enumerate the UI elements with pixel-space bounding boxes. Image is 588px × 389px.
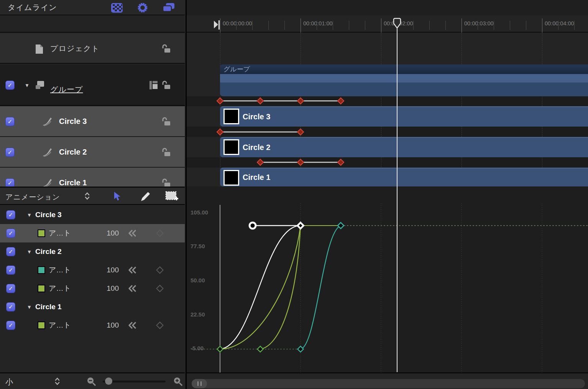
group-row-label[interactable]: Circle 3 (35, 211, 62, 219)
unlock-icon[interactable] (161, 148, 171, 157)
time-ruler[interactable]: 00:00:00:00 00:00:01:00 00:00:02:00 00:0… (187, 15, 588, 33)
animation-group-row[interactable]: ✓ ▼ Circle 3 (0, 206, 185, 224)
add-keyframe-diamond-icon[interactable] (156, 285, 164, 292)
curve-color-swatch (38, 229, 45, 237)
param-name[interactable]: ア…ト (49, 228, 71, 238)
previous-keyframe-icon[interactable] (128, 266, 137, 274)
unlock-icon[interactable] (161, 81, 171, 90)
visibility-checkbox[interactable]: ✓ (6, 321, 15, 330)
track-size-label[interactable]: 小 (5, 377, 13, 387)
add-keyframe-diamond-icon[interactable] (156, 321, 164, 329)
scrollbar-zoom-handle[interactable] (192, 379, 207, 388)
group-layer-row[interactable]: ✓ ▼ グループ (0, 64, 185, 106)
checkerboard-icon[interactable] (111, 3, 123, 13)
unlock-icon[interactable] (161, 117, 171, 126)
unlock-icon[interactable] (161, 178, 171, 186)
add-marquee-icon[interactable] (165, 191, 178, 202)
visibility-checkbox[interactable]: ✓ (5, 148, 15, 157)
pencil-tool-icon[interactable] (140, 191, 151, 202)
layer-name[interactable]: Circle 2 (59, 148, 87, 157)
gear-icon[interactable] (137, 2, 148, 13)
layer-name[interactable]: Circle 1 (59, 178, 87, 187)
visibility-checkbox[interactable]: ✓ (5, 178, 15, 186)
layer-thumbnail (223, 170, 239, 186)
animation-param-row[interactable]: ✓ ア…ト 100 (0, 224, 185, 242)
unlock-icon[interactable] (161, 44, 171, 53)
ruler-minor-tick (494, 21, 494, 30)
group-label[interactable]: グループ (50, 84, 83, 95)
track-area[interactable]: グループ Circle 3 Circle 2 Circle 1 (187, 33, 588, 186)
ruler-minor-tick (365, 21, 365, 30)
group-checkbox[interactable]: ✓ (5, 81, 15, 90)
group-row-label[interactable]: Circle 2 (35, 247, 62, 256)
playhead-head[interactable] (393, 18, 401, 30)
previous-keyframe-icon[interactable] (128, 229, 137, 237)
param-name[interactable]: ア…ト (49, 320, 71, 330)
param-value[interactable]: 100 (96, 229, 119, 237)
layer-track-bar[interactable]: Circle 1 (220, 168, 588, 186)
layer-row[interactable]: ✓ Circle 1 (0, 168, 185, 186)
disclosure-triangle-icon[interactable]: ▼ (27, 249, 32, 255)
param-name[interactable]: ア…ト (49, 265, 71, 275)
visibility-checkbox[interactable]: ✓ (6, 247, 15, 256)
visibility-checkbox[interactable]: ✓ (5, 117, 15, 126)
ruler-major-tick (220, 18, 220, 33)
animation-param-row[interactable]: ✓ ア…ト 100 (0, 279, 185, 298)
tangent-handle-point (250, 223, 256, 229)
layer-track-bar[interactable]: Circle 2 (220, 137, 588, 157)
visibility-checkbox[interactable]: ✓ (6, 284, 15, 293)
animation-param-row[interactable]: ✓ ア…ト 100 (0, 261, 185, 279)
layers-header-strip (0, 16, 185, 33)
zoom-slider-thumb[interactable] (105, 377, 112, 385)
group-track-bar[interactable] (220, 74, 588, 96)
param-value[interactable]: 100 (96, 321, 119, 330)
previous-keyframe-icon[interactable] (128, 285, 137, 292)
timeline-zoom-bar: 小 (0, 373, 185, 389)
animation-group-row[interactable]: ✓ ▼ Circle 1 (0, 298, 185, 316)
select-tool-icon[interactable] (113, 191, 122, 202)
curve-keyframe-diamond (217, 346, 223, 352)
previous-keyframe-icon[interactable] (128, 321, 137, 329)
scrollbar-track[interactable] (192, 379, 585, 388)
ruler-timecode: 00:00:03:00 (464, 20, 494, 26)
zoom-in-icon[interactable] (173, 377, 183, 387)
visibility-checkbox[interactable]: ✓ (6, 302, 15, 312)
columns-layout-icon[interactable] (149, 80, 159, 91)
visibility-checkbox[interactable]: ✓ (6, 210, 15, 219)
add-keyframe-diamond-icon[interactable] (156, 266, 164, 274)
grip-bar (200, 381, 202, 386)
visibility-checkbox[interactable]: ✓ (6, 229, 15, 238)
param-name[interactable]: ア…ト (49, 284, 71, 293)
param-value[interactable]: 100 (96, 284, 119, 293)
ruler-major-tick (462, 18, 462, 33)
ruler-minor-tick (413, 21, 414, 30)
disclosure-triangle-icon[interactable]: ▼ (27, 304, 32, 310)
disclosure-triangle-icon[interactable]: ▼ (25, 82, 30, 88)
playhead-line[interactable] (397, 28, 397, 372)
size-stepper-icon[interactable] (54, 377, 61, 386)
ruler-timecode: 00:00:01:00 (303, 20, 333, 26)
add-keyframe-diamond-icon[interactable] (156, 229, 164, 237)
sort-chevrons-icon[interactable] (84, 192, 90, 200)
disclosure-triangle-icon[interactable]: ▼ (27, 212, 32, 218)
keyframe-curve-editor[interactable]: 105.0077.5050.0022.50-5.00 (187, 186, 588, 373)
track-bar-label: Circle 3 (243, 112, 270, 121)
keyframe-lane (187, 127, 588, 137)
layer-row[interactable]: ✓ Circle 3 (0, 106, 185, 137)
stacked-windows-icon[interactable] (163, 3, 175, 13)
visibility-checkbox[interactable]: ✓ (6, 265, 15, 275)
timeline-tracks-panel: 00:00:00:00 00:00:01:00 00:00:02:00 00:0… (186, 0, 588, 389)
layer-track-bar[interactable]: Circle 3 (220, 106, 588, 127)
group-row-label[interactable]: Circle 1 (35, 303, 62, 311)
layer-name[interactable]: Circle 3 (59, 117, 87, 126)
curve-keyframe-diamond (298, 346, 304, 352)
animation-group-row[interactable]: ✓ ▼ Circle 2 (0, 242, 185, 261)
layer-row[interactable]: ✓ Circle 2 (0, 137, 185, 168)
zoom-out-icon[interactable] (87, 377, 97, 387)
project-row[interactable]: プロジェクト (0, 33, 185, 64)
animation-param-row[interactable]: ✓ ア…ト 100 (0, 316, 185, 335)
layer-thumbnail (223, 139, 239, 155)
group-bar-title[interactable]: グループ (220, 64, 588, 74)
in-point-marker-icon[interactable] (214, 20, 220, 30)
param-value[interactable]: 100 (96, 266, 119, 274)
